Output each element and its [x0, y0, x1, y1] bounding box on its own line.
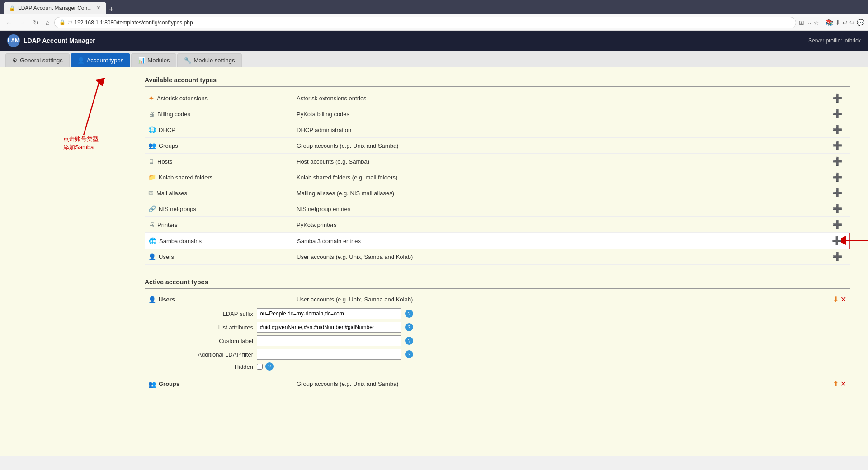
users-avail-add[interactable]: ➕	[828, 252, 846, 262]
browser-window: 🔒 LDAP Account Manager Con... ✕ + ← → ↻ …	[0, 0, 868, 31]
pocket-icon[interactable]: ⬇	[835, 19, 840, 26]
active-groups-name: 👥 Groups	[148, 381, 293, 388]
printers-add-icon[interactable]: ➕	[832, 220, 842, 229]
address-text: 192.168.1.1:8080/templates/config/confty…	[74, 19, 193, 26]
browser-tab[interactable]: 🔒 LDAP Account Manager Con... ✕	[4, 2, 106, 14]
address-bar[interactable]: 🔒 🛡 192.168.1.1:8080/templates/config/co…	[54, 17, 796, 28]
bookmark-icon[interactable]: ☆	[813, 19, 819, 26]
ldap-suffix-label: LDAP suffix	[163, 310, 253, 317]
asterisk-add-icon[interactable]: ➕	[832, 94, 842, 103]
kolab-add-icon[interactable]: ➕	[832, 173, 842, 182]
tab-close-button[interactable]: ✕	[96, 5, 101, 11]
mail-add[interactable]: ➕	[828, 188, 846, 198]
sidebar-icon[interactable]: 📚	[826, 19, 833, 26]
home-button[interactable]: ⌂	[43, 18, 52, 27]
billing-add-icon[interactable]: ➕	[832, 109, 842, 118]
tab-navigation: ⚙ General settings 👤 Account types 📊 Mod…	[0, 51, 868, 67]
printers-icon: 🖨	[148, 221, 155, 228]
account-row-samba: 🌐 Samba domains Samba 3 domain entries ➕	[145, 233, 850, 249]
active-users-move-down-icon[interactable]: ⬇	[833, 295, 839, 304]
ldap-suffix-row: LDAP suffix ?	[163, 308, 846, 319]
printers-label: Printers	[157, 221, 178, 228]
account-name-samba: 🌐 Samba domains	[149, 237, 293, 244]
module-settings-icon: 🔧	[184, 57, 191, 64]
asterisk-icon: ✦	[148, 94, 154, 103]
ldap-suffix-help-icon[interactable]: ?	[405, 310, 413, 318]
active-groups-move-down-icon[interactable]: ⬆	[833, 380, 839, 388]
tab-general-settings[interactable]: ⚙ General settings	[5, 53, 70, 67]
history-icon[interactable]: ↩	[842, 19, 848, 26]
tab-modules[interactable]: 📊 Modules	[131, 53, 176, 67]
reader-icon[interactable]: ⊞	[799, 19, 804, 26]
annotation-line1: 点击账号类型	[63, 135, 99, 143]
chat-icon[interactable]: 💬	[857, 19, 864, 26]
groups-label: Groups	[159, 142, 178, 149]
custom-label-label: Custom label	[163, 338, 253, 344]
reload-button[interactable]: ↻	[31, 18, 41, 27]
dhcp-add[interactable]: ➕	[828, 125, 846, 135]
dhcp-add-icon[interactable]: ➕	[832, 125, 842, 134]
hidden-checkbox[interactable]	[257, 364, 263, 370]
active-users-icon: 👤	[148, 296, 156, 303]
printers-add[interactable]: ➕	[828, 220, 846, 230]
samba-add[interactable]: ➕	[828, 236, 846, 246]
annotation-arrow-svg	[61, 72, 115, 144]
hidden-help-icon[interactable]: ?	[265, 362, 274, 371]
additional-ldap-filter-input[interactable]	[257, 349, 401, 360]
back-button[interactable]: ←	[4, 18, 14, 27]
dhcp-description: DHCP administration	[297, 127, 825, 133]
new-tab-button[interactable]: +	[109, 5, 114, 14]
account-row-mail: ✉ Mail aliases Mailing aliases (e.g. NIS…	[145, 185, 850, 201]
custom-label-input[interactable]	[257, 335, 401, 346]
active-users-delete-icon[interactable]: ✕	[840, 295, 846, 304]
hosts-icon: 🖥	[148, 158, 155, 165]
hosts-label: Hosts	[157, 158, 172, 165]
active-groups-delete-icon[interactable]: ✕	[840, 380, 846, 388]
account-name-printers: 🖨 Printers	[148, 221, 293, 228]
dhcp-label: DHCP	[159, 127, 175, 133]
annotation-text: 点击账号类型 添加Samba	[63, 135, 99, 151]
users-avail-add-icon[interactable]: ➕	[832, 252, 842, 261]
content-wrapper: Available account types ✦ Asterisk exten…	[145, 76, 850, 391]
modules-icon: 📊	[138, 57, 145, 64]
app-header: LAM LDAP Account Manager Server profile:…	[0, 31, 868, 51]
account-row-billing: 🖨 Billing codes PyKota billing codes ➕	[145, 106, 850, 122]
tab-module-settings[interactable]: 🔧 Module settings	[177, 53, 241, 67]
billing-add[interactable]: ➕	[828, 109, 846, 119]
nis-add[interactable]: ➕	[828, 204, 846, 214]
nis-add-icon[interactable]: ➕	[832, 204, 842, 213]
hosts-add[interactable]: ➕	[828, 156, 846, 166]
active-groups-actions: ⬆ ✕	[833, 380, 846, 388]
groups-add-icon[interactable]: ➕	[832, 141, 842, 150]
additional-ldap-filter-help-icon[interactable]: ?	[405, 350, 413, 358]
more-icon[interactable]: ···	[806, 19, 811, 26]
hosts-add-icon[interactable]: ➕	[832, 157, 842, 166]
samba-add-icon[interactable]: ➕	[832, 236, 842, 245]
billing-icon: 🖨	[148, 110, 155, 118]
active-groups-label: Groups	[159, 381, 179, 387]
tab-account-types[interactable]: 👤 Account types	[71, 53, 131, 67]
nis-description: NIS netgroup entries	[297, 206, 825, 212]
kolab-icon: 📁	[148, 174, 156, 181]
mail-add-icon[interactable]: ➕	[832, 188, 842, 197]
account-name-users-avail: 👤 Users	[148, 253, 293, 260]
groups-add[interactable]: ➕	[828, 141, 846, 150]
annotation-container: 点击账号类型 添加Samba	[61, 72, 115, 146]
kolab-add[interactable]: ➕	[828, 172, 846, 182]
nis-icon: 🔗	[148, 205, 156, 212]
forward-button[interactable]: →	[17, 18, 28, 27]
custom-label-row: Custom label ?	[163, 335, 846, 346]
asterisk-add[interactable]: ➕	[828, 93, 846, 103]
active-users-actions: ⬇ ✕	[833, 295, 846, 304]
custom-label-help-icon[interactable]: ?	[405, 337, 413, 345]
list-attributes-input[interactable]	[257, 322, 401, 333]
additional-ldap-filter-row: Additional LDAP filter ?	[163, 349, 846, 360]
kolab-label: Kolab shared folders	[159, 174, 212, 181]
account-row-groups: 👥 Groups Group accounts (e.g. Unix and S…	[145, 138, 850, 154]
general-settings-label: General settings	[20, 57, 63, 64]
list-attributes-help-icon[interactable]: ?	[405, 323, 413, 331]
ldap-suffix-input[interactable]	[257, 308, 401, 319]
forward-nav-icon[interactable]: ↪	[849, 19, 855, 26]
asterisk-description: Asterisk extensions entries	[297, 95, 825, 102]
address-shield: 🛡	[67, 20, 72, 25]
